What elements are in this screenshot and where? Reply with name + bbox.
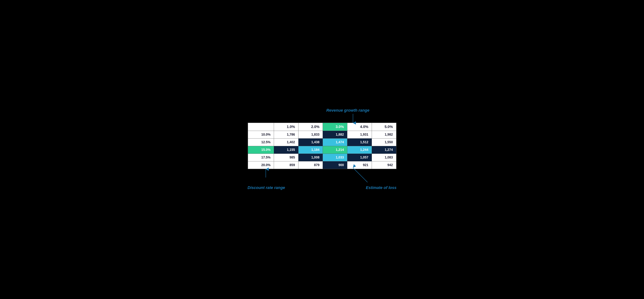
- header-col3: 3.0%: [323, 123, 347, 131]
- row-label-5: 20.0%: [248, 161, 274, 169]
- cell-r3c5: 1,274: [372, 146, 396, 154]
- cell-r1c4: 1,931: [347, 131, 372, 139]
- row-label-4: 17.5%: [248, 154, 274, 161]
- main-container: Revenue growth range 1.0% 2.0% 3.0% 4.0: [240, 108, 404, 191]
- header-empty: [248, 123, 274, 131]
- cell-r3c2: 1,184: [298, 146, 323, 154]
- table-header-row: 1.0% 2.0% 3.0% 4.0% 5.0%: [248, 123, 396, 131]
- cell-r2c1: 1,402: [274, 139, 298, 146]
- row-label-2: 12.5%: [248, 139, 274, 146]
- estimate-of-loss-label: Estimate of loss: [366, 185, 396, 190]
- row-label-1: 10.0%: [248, 131, 274, 139]
- cell-r4c2: 1,008: [298, 154, 323, 161]
- cell-r4c1: 985: [274, 154, 298, 161]
- cell-r1c2: 1,833: [298, 131, 323, 139]
- table-row: 17.5% 985 1,008 1,033 1,057 1,083: [248, 154, 396, 161]
- cell-r4c3: 1,033: [323, 154, 347, 161]
- cell-r5c4: 921: [347, 161, 372, 169]
- revenue-growth-label: Revenue growth range: [326, 108, 369, 113]
- header-col1: 1.0%: [274, 123, 298, 131]
- cell-r2c5: 1,550: [372, 139, 396, 146]
- sensitivity-table: 1.0% 2.0% 3.0% 4.0% 5.0% 10.0% 1,786 1,8…: [248, 123, 396, 169]
- cell-r2c2: 1,438: [298, 139, 323, 146]
- discount-rate-label: Discount rate range: [248, 185, 285, 190]
- cell-r5c3: 900: [323, 161, 347, 169]
- cell-r3c3: 1,214: [323, 146, 347, 154]
- table-row: 10.0% 1,786 1,833 1,882 1,931 1,982: [248, 131, 396, 139]
- cell-r1c5: 1,982: [372, 131, 396, 139]
- header-col2: 2.0%: [298, 123, 323, 131]
- cell-r4c4: 1,057: [347, 154, 372, 161]
- cell-r3c1: 1,155: [274, 146, 298, 154]
- table-row: 20.0% 859 879 900 921 942: [248, 161, 396, 169]
- table-row: 15.0% 1,155 1,184 1,214 1,244 1,274: [248, 146, 396, 154]
- row-label-3: 15.0%: [248, 146, 274, 154]
- bottom-labels: Discount rate range Estimate of loss: [240, 171, 404, 191]
- header-col4: 4.0%: [347, 123, 372, 131]
- cell-r3c4: 1,244: [347, 146, 372, 154]
- cell-r1c3: 1,882: [323, 131, 347, 139]
- cell-r5c2: 879: [298, 161, 323, 169]
- cell-r2c3: 1,474: [323, 139, 347, 146]
- cell-r5c5: 942: [372, 161, 396, 169]
- header-col5: 5.0%: [372, 123, 396, 131]
- cell-r4c5: 1,083: [372, 154, 396, 161]
- cell-r1c1: 1,786: [274, 131, 298, 139]
- cell-r2c4: 1,512: [347, 139, 372, 146]
- cell-r5c1: 859: [274, 161, 298, 169]
- table-row: 12.5% 1,402 1,438 1,474 1,512 1,550: [248, 139, 396, 146]
